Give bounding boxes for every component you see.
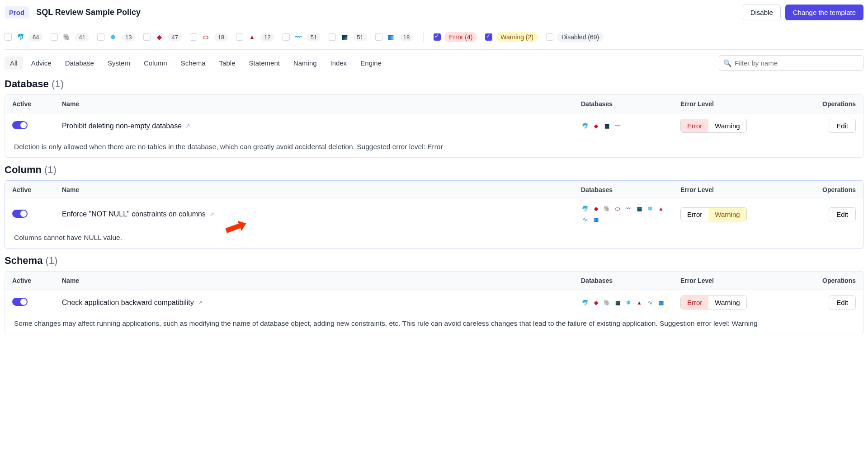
search-box: 🔍	[719, 55, 863, 71]
checkbox[interactable]	[97, 33, 104, 41]
table-row: Check application backward compatibility…	[5, 290, 863, 315]
cell-databases: 🐬◆🐘⬭〰▦❄▲∿▥	[574, 205, 673, 224]
search-input[interactable]	[719, 55, 863, 71]
db-filter-mysql[interactable]: 🐬64	[5, 32, 42, 42]
tab-advice[interactable]: Advice	[26, 56, 57, 70]
edit-button[interactable]: Edit	[829, 119, 856, 133]
rule-description: Columns cannot have NULL value.	[5, 229, 863, 248]
tab-statement[interactable]: Statement	[244, 56, 285, 70]
status-filter-warn[interactable]: Warning (2)	[485, 32, 538, 42]
tab-database[interactable]: Database	[60, 56, 99, 70]
tab-engine[interactable]: Engine	[355, 56, 387, 70]
tab-column[interactable]: Column	[138, 56, 173, 70]
checkbox[interactable]	[143, 33, 151, 41]
checkbox[interactable]	[546, 33, 553, 41]
checkbox[interactable]	[329, 33, 336, 41]
rule-name-link[interactable]: Check application backward compatibility…	[62, 299, 203, 307]
disable-button[interactable]: Disable	[743, 5, 781, 20]
error-level-button[interactable]: Error	[681, 119, 708, 132]
col-operations: Operations	[791, 272, 863, 290]
checkbox[interactable]	[283, 33, 290, 41]
active-toggle[interactable]	[12, 121, 28, 129]
col-databases: Databases	[574, 272, 673, 290]
status-pill: Warning (2)	[496, 32, 538, 42]
cell-operations: Edit	[791, 295, 863, 309]
pg-icon: 🐘	[603, 205, 611, 213]
count: 13	[122, 33, 135, 42]
count: 47	[168, 33, 181, 42]
active-toggle[interactable]	[12, 210, 28, 218]
edit-button[interactable]: Edit	[829, 207, 856, 221]
checkbox[interactable]	[375, 33, 382, 41]
checkbox[interactable]	[434, 33, 441, 41]
tab-index[interactable]: Index	[325, 56, 353, 70]
col-name: Name	[55, 95, 574, 113]
db-filter-tidb[interactable]: ◆47	[143, 32, 181, 42]
db-filter-mssql[interactable]: ▲12	[236, 32, 274, 42]
checkbox[interactable]	[485, 33, 492, 41]
db-filter-pg[interactable]: 🐘41	[51, 32, 89, 42]
tabs: AllAdviceDatabaseSystemColumnSchemaTable…	[5, 56, 387, 70]
warning-level-button[interactable]: Warning	[708, 296, 746, 309]
ocean-icon: 〰	[613, 122, 622, 130]
checkbox[interactable]	[5, 33, 12, 41]
checkbox[interactable]	[51, 33, 58, 41]
rule-name-link[interactable]: Enforce "NOT NULL" constraints on column…	[62, 210, 214, 218]
section-title-schema: Schema (1)	[5, 255, 863, 267]
change-template-button[interactable]: Change the template	[785, 5, 863, 20]
rules-table: Active Name Databases Error Level Operat…	[5, 180, 863, 248]
tab-schema[interactable]: Schema	[175, 56, 211, 70]
tidb-icon: ◆	[154, 32, 164, 42]
maria-icon: ▦	[635, 205, 643, 213]
mysql-icon: 🐬	[581, 122, 589, 130]
external-link-icon: ↗	[198, 299, 203, 306]
status-filter-err[interactable]: Error (4)	[434, 32, 477, 42]
checkbox[interactable]	[236, 33, 243, 41]
ocean-icon: 〰	[293, 32, 303, 42]
col-name: Name	[55, 272, 574, 290]
cell-databases: 🐬◆🐘▦❄▲∿▥	[574, 299, 673, 307]
error-level-button[interactable]: Error	[681, 208, 708, 221]
rule-name-link[interactable]: Prohibit deleting non-empty database ↗	[62, 122, 190, 130]
error-level-button[interactable]: Error	[681, 296, 708, 309]
db-filter-snow[interactable]: ❄13	[97, 32, 135, 42]
cell-error-level: Error Warning	[673, 207, 791, 221]
col-error-level: Error Level	[673, 95, 791, 113]
dm-icon: ▥	[657, 299, 665, 307]
pg-icon: 🐘	[61, 32, 71, 42]
col-error-level: Error Level	[673, 181, 791, 199]
warning-level-button[interactable]: Warning	[708, 119, 746, 132]
tab-system[interactable]: System	[102, 56, 136, 70]
active-toggle[interactable]	[12, 298, 28, 306]
tab-naming[interactable]: Naming	[288, 56, 322, 70]
cell-name: Check application backward compatibility…	[55, 299, 574, 307]
section-count: (1)	[46, 255, 58, 266]
checkbox[interactable]	[190, 33, 197, 41]
status-pill: Error (4)	[444, 32, 477, 42]
cell-name: Prohibit deleting non-empty database ↗	[55, 122, 574, 130]
cell-error-level: Error Warning	[673, 119, 791, 133]
tab-table[interactable]: Table	[214, 56, 241, 70]
cell-active	[5, 298, 55, 307]
env-badge[interactable]: Prod	[5, 6, 29, 19]
db-filter-maria[interactable]: ▦51	[329, 32, 367, 42]
col-operations: Operations	[791, 95, 863, 113]
status-filter-dis[interactable]: Disabled (69)	[546, 32, 604, 42]
cell-active	[5, 121, 55, 131]
tabs-row: AllAdviceDatabaseSystemColumnSchemaTable…	[5, 55, 863, 71]
tab-all[interactable]: All	[5, 56, 23, 70]
col-active: Active	[5, 181, 55, 199]
db-filter-dm[interactable]: ▥18	[375, 32, 413, 42]
warning-level-button[interactable]: Warning	[708, 208, 746, 221]
maria-icon: ▦	[340, 32, 349, 42]
db-filter-oracle[interactable]: ⬭18	[190, 32, 228, 42]
rules-table: Active Name Databases Error Level Operat…	[5, 94, 863, 158]
count: 18	[214, 33, 228, 42]
table-header: Active Name Databases Error Level Operat…	[5, 181, 863, 199]
db-filter-ocean[interactable]: 〰51	[283, 32, 321, 42]
edit-button[interactable]: Edit	[829, 295, 856, 309]
count: 51	[353, 33, 367, 42]
count: 41	[75, 33, 89, 42]
col-error-level: Error Level	[673, 272, 791, 290]
mssql-icon: ▲	[657, 205, 665, 213]
